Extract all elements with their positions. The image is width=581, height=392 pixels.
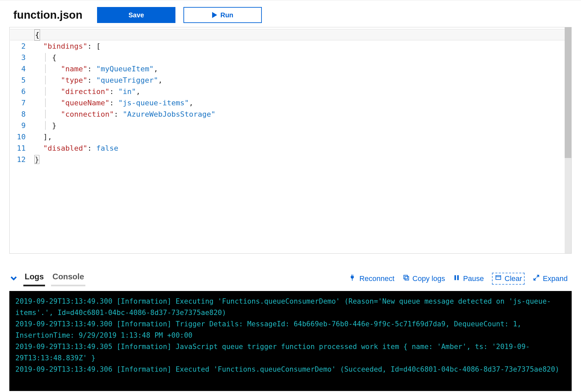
chevron-down-icon[interactable]	[9, 274, 18, 284]
plug-icon	[349, 274, 357, 283]
scrollbar-thumb[interactable]	[565, 27, 571, 158]
code-key: "bindings"	[43, 42, 87, 50]
reconnect-label: Reconnect	[359, 274, 394, 283]
code-area[interactable]: { "bindings": [ │ { │ "name": "myQueueIt…	[30, 27, 565, 253]
tab-console[interactable]: Console	[51, 271, 85, 286]
svg-rect-2	[455, 275, 456, 280]
copy-icon	[403, 274, 410, 283]
editor-container: 1 2 3 4 5 6 7 8 9 10 11 12 { "bindings":…	[0, 27, 581, 254]
expand-label: Expand	[543, 274, 568, 283]
clear-label: Clear	[505, 274, 522, 283]
run-button-label: Run	[220, 11, 233, 19]
code-editor[interactable]: 1 2 3 4 5 6 7 8 9 10 11 12 { "bindings":…	[9, 27, 572, 254]
line-number: 4	[10, 63, 26, 75]
svg-rect-3	[457, 275, 459, 280]
line-number: 8	[10, 109, 26, 120]
line-gutter: 1 2 3 4 5 6 7 8 9 10 11 12	[10, 27, 30, 253]
app-root: function.json Save Run 1 2 3 4 5 6 7 8 9…	[0, 0, 581, 392]
line-number: 5	[10, 75, 26, 86]
clear-button[interactable]: Clear	[492, 273, 525, 285]
save-button[interactable]: Save	[97, 7, 175, 23]
line-number: 12	[10, 154, 26, 165]
play-icon	[212, 12, 217, 18]
svg-rect-4	[496, 275, 501, 279]
log-line: 2019-09-29T13:13:49.300 [Information] Ex…	[15, 297, 551, 317]
run-button[interactable]: Run	[183, 7, 262, 23]
svg-rect-1	[404, 275, 407, 279]
line-number: 10	[10, 131, 26, 143]
log-line: 2019-09-29T13:13:49.305 [Information] Ja…	[15, 343, 530, 362]
svg-rect-0	[405, 276, 409, 280]
line-number: 2	[10, 41, 26, 52]
expand-button[interactable]: Expand	[533, 274, 568, 283]
log-panel-bar: Logs Console Reconnect Copy logs Pause C…	[0, 267, 581, 286]
pause-button[interactable]: Pause	[453, 274, 484, 283]
log-line: 2019-09-29T13:13:49.306 [Information] Ex…	[15, 365, 559, 373]
panel-tabs: Logs Console	[23, 271, 85, 286]
panel-actions: Reconnect Copy logs Pause Clear Expand	[349, 273, 568, 285]
line-number: 6	[10, 86, 26, 97]
line-number: 9	[10, 120, 26, 131]
copy-logs-button[interactable]: Copy logs	[403, 274, 445, 283]
line-number: 3	[10, 52, 26, 63]
clear-icon	[495, 274, 502, 283]
log-line: 2019-09-29T13:13:49.300 [Information] Tr…	[15, 320, 526, 339]
expand-icon	[533, 274, 540, 283]
code-line: {	[34, 29, 40, 41]
pause-label: Pause	[463, 274, 484, 283]
log-output[interactable]: 2019-09-29T13:13:49.300 [Information] Ex…	[9, 291, 572, 391]
line-number: 11	[10, 143, 26, 154]
save-button-label: Save	[128, 11, 144, 19]
reconnect-button[interactable]: Reconnect	[349, 274, 394, 283]
scrollbar[interactable]	[565, 27, 571, 253]
editor-header: function.json Save Run	[0, 0, 581, 27]
line-number: 7	[10, 97, 26, 109]
pause-icon	[453, 274, 460, 283]
current-line-highlight	[10, 29, 565, 40]
file-title: function.json	[13, 9, 82, 21]
copy-logs-label: Copy logs	[413, 274, 445, 283]
tab-logs[interactable]: Logs	[23, 271, 45, 286]
